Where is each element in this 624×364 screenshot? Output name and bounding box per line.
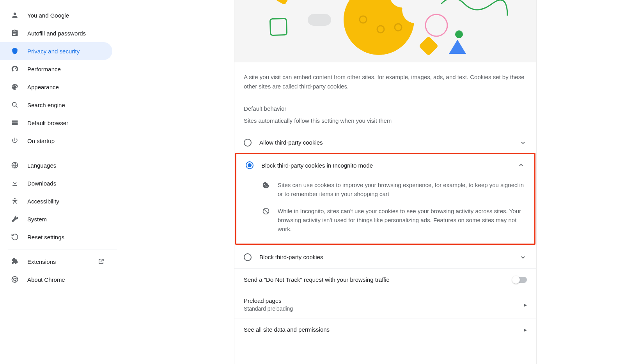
highlighted-option-block: Block third-party cookies in Incognito m… xyxy=(235,153,535,245)
cookies-description: A site you visit can embed content from … xyxy=(234,62,536,91)
sidebar-item-label: Default browser xyxy=(27,120,68,126)
globe-icon xyxy=(11,161,19,169)
svg-rect-13 xyxy=(419,36,439,56)
clipboard-icon xyxy=(11,29,19,37)
preload-title: Preload pages xyxy=(244,297,518,304)
radio-icon xyxy=(244,139,252,147)
sidebar-item-label: Extensions xyxy=(27,258,56,265)
detail-text: While in Incognito, sites can't use your… xyxy=(278,207,525,234)
detail-cookie-benefit: Sites can use cookies to improve your br… xyxy=(262,177,525,203)
default-behavior-title: Default behavior xyxy=(234,91,536,112)
sidebar-item-label: Accessibility xyxy=(27,198,59,205)
sidebar-item-label: Languages xyxy=(27,162,56,169)
sidebar-item-accessibility[interactable]: Accessibility xyxy=(0,192,112,210)
sidebar-item-label: Autofill and passwords xyxy=(27,30,86,37)
sidebar-item-privacy[interactable]: Privacy and security xyxy=(0,42,112,60)
chevron-down-icon[interactable] xyxy=(519,253,527,261)
hero-illustration xyxy=(234,0,536,62)
preload-sub: Standard preloading xyxy=(244,306,518,312)
cookie-icon xyxy=(262,181,270,189)
sidebar-item-search-engine[interactable]: Search engine xyxy=(0,96,112,114)
sidebar-item-label: About Chrome xyxy=(27,276,65,283)
block-icon xyxy=(262,207,270,215)
sidebar-item-label: Reset settings xyxy=(27,234,64,240)
svg-point-0 xyxy=(12,102,16,106)
detail-incognito-block: While in Incognito, sites can't use your… xyxy=(262,203,525,238)
sidebar-item-languages[interactable]: Languages xyxy=(0,156,112,174)
palette-icon xyxy=(11,83,19,91)
preload-pages-row[interactable]: Preload pages Standard preloading ▸ xyxy=(234,291,536,318)
all-site-data-label: See all site data and permissions xyxy=(244,326,518,333)
sidebar-item-performance[interactable]: Performance xyxy=(0,60,112,78)
puzzle-icon xyxy=(11,258,19,265)
chevron-down-icon[interactable] xyxy=(519,139,527,147)
svg-point-12 xyxy=(455,30,463,38)
chrome-icon xyxy=(11,276,19,283)
search-icon xyxy=(11,101,19,109)
all-site-data-row[interactable]: See all site data and permissions ▸ xyxy=(234,318,536,341)
chevron-up-icon[interactable] xyxy=(517,161,525,169)
sidebar-item-you-and-google[interactable]: You and Google xyxy=(0,6,112,24)
shield-icon xyxy=(11,47,19,55)
svg-point-2 xyxy=(14,198,15,199)
dnt-label: Send a "Do Not Track" request with your … xyxy=(244,276,507,283)
option-label: Block third-party cookies in Incognito m… xyxy=(261,162,509,169)
content-area: A site you visit can embed content from … xyxy=(117,0,624,364)
dnt-toggle[interactable] xyxy=(513,277,527,283)
sidebar-item-label: System xyxy=(27,216,47,223)
browser-icon xyxy=(11,119,19,127)
sidebar-item-default-browser[interactable]: Default browser xyxy=(0,114,112,132)
sidebar-item-label: Appearance xyxy=(27,84,59,90)
sidebar-item-downloads[interactable]: Downloads xyxy=(0,174,112,192)
reset-icon xyxy=(11,233,19,241)
option-details: Sites can use cookies to improve your br… xyxy=(236,177,534,237)
option-label: Allow third-party cookies xyxy=(259,139,511,146)
option-label: Block third-party cookies xyxy=(259,254,511,260)
sidebar-item-label: Privacy and security xyxy=(27,48,80,55)
svg-point-11 xyxy=(425,14,447,36)
arrow-right-icon: ▸ xyxy=(524,302,527,308)
sidebar-item-extensions[interactable]: Extensions xyxy=(0,253,112,270)
option-block-all[interactable]: Block third-party cookies xyxy=(234,246,536,268)
arrow-right-icon: ▸ xyxy=(524,327,527,333)
cookies-settings-panel: A site you visit can embed content from … xyxy=(234,0,537,364)
sidebar-item-label: On startup xyxy=(27,138,55,144)
radio-icon xyxy=(246,161,254,169)
sidebar-item-system[interactable]: System xyxy=(0,210,112,228)
default-behavior-sub: Sites automatically follow this setting … xyxy=(234,112,536,124)
sidebar-item-appearance[interactable]: Appearance xyxy=(0,78,112,96)
sidebar-item-label: Downloads xyxy=(27,180,56,187)
sidebar-item-on-startup[interactable]: On startup xyxy=(0,132,112,150)
do-not-track-row[interactable]: Send a "Do Not Track" request with your … xyxy=(234,268,536,291)
svg-rect-9 xyxy=(275,0,290,5)
svg-rect-10 xyxy=(308,14,331,26)
sidebar-item-label: You and Google xyxy=(27,12,69,19)
wrench-icon xyxy=(11,215,19,223)
speedometer-icon xyxy=(11,65,19,73)
svg-rect-8 xyxy=(270,18,287,35)
sidebar-item-label: Search engine xyxy=(27,102,65,108)
option-block-incognito[interactable]: Block third-party cookies in Incognito m… xyxy=(236,154,534,177)
accessibility-icon xyxy=(11,197,19,205)
sidebar-item-about-chrome[interactable]: About Chrome xyxy=(0,270,112,288)
detail-text: Sites can use cookies to improve your br… xyxy=(278,180,525,199)
option-allow-third-party[interactable]: Allow third-party cookies xyxy=(234,131,536,154)
radio-icon xyxy=(244,253,252,261)
sidebar-item-label: Performance xyxy=(27,66,61,72)
power-icon xyxy=(11,137,19,145)
person-icon xyxy=(11,11,19,19)
settings-sidebar: You and Google Autofill and passwords Pr… xyxy=(0,0,117,364)
sidebar-item-reset[interactable]: Reset settings xyxy=(0,228,112,246)
download-icon xyxy=(11,179,19,187)
external-link-icon xyxy=(98,258,105,265)
cookie-options-list: Allow third-party cookies Block third-pa… xyxy=(234,131,536,341)
sidebar-item-autofill[interactable]: Autofill and passwords xyxy=(0,24,112,42)
